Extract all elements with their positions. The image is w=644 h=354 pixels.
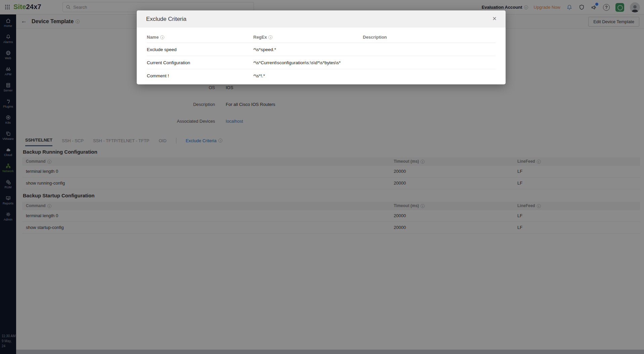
name-cell: Comment ! <box>147 69 169 82</box>
modal-body: Name RegEx Description Exclude speed ^\s… <box>137 28 506 84</box>
info-icon[interactable] <box>160 35 164 39</box>
app-window: Site24x7 Evaluation Account Upgrade Now <box>0 0 644 354</box>
regex-cell: ^\s*Current\sconfiguration\s:\s\d*\s*byt… <box>253 56 341 69</box>
regex-cell: ^\s*speed.* <box>253 43 276 56</box>
modal-table-header-row: Name RegEx Description <box>147 28 496 43</box>
table-row: Comment ! ^\s*!.* <box>147 69 496 82</box>
regex-cell: ^\s*!.* <box>253 69 265 82</box>
column-header-regex: RegEx <box>253 35 272 40</box>
close-icon[interactable]: ✕ <box>491 15 498 23</box>
info-icon[interactable] <box>268 35 272 39</box>
name-cell: Current Configuration <box>147 56 190 69</box>
column-header-name: Name <box>147 35 164 40</box>
table-row: Exclude speed ^\s*speed.* <box>147 43 496 56</box>
modal-header: Exclude Criteria <box>137 10 506 28</box>
table-row: Current Configuration ^\s*Current\sconfi… <box>147 56 496 69</box>
column-header-description: Description <box>363 35 387 40</box>
name-cell: Exclude speed <box>147 43 177 56</box>
modal-title: Exclude Criteria <box>146 16 186 23</box>
exclude-criteria-modal: Exclude Criteria ✕ Name RegEx Descriptio… <box>137 10 506 84</box>
